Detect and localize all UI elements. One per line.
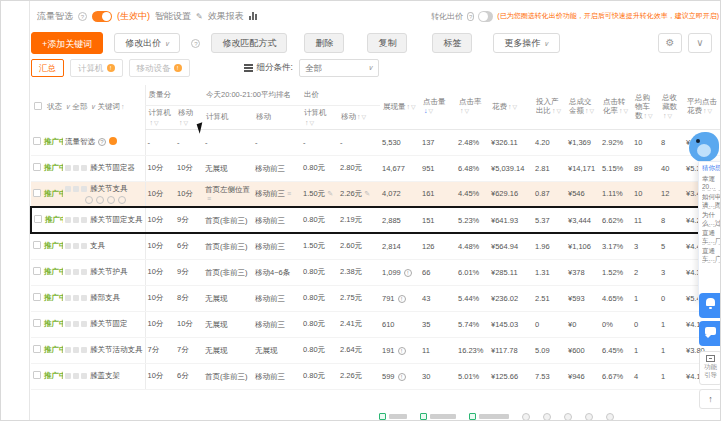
settings-gear-button[interactable]: ⚙	[658, 33, 682, 53]
ctr-sort-header[interactable]: 点击率↑▽	[456, 85, 489, 129]
cell-bid_mo: 2.64元	[338, 337, 380, 363]
status-badge: 推广中	[44, 267, 63, 276]
cell-cart: 4	[632, 363, 659, 389]
cell-cvr: 6.45%	[600, 337, 632, 363]
status-filter-dropdown[interactable]: 状态∨	[47, 102, 70, 111]
cell-rank_mo: 无展现	[253, 337, 301, 363]
bid-pc-sort-header[interactable]: 计算机↑▽	[301, 105, 338, 129]
help-question-item[interactable]: 幸運20…	[702, 173, 721, 191]
help-question-item[interactable]: 如何申请…图片功能	[702, 191, 721, 209]
modify-bid-dropdown[interactable]: 修改出价∨	[114, 33, 180, 53]
edit-icon[interactable]: ✎	[327, 190, 333, 197]
rank-list-icon[interactable]: ≡	[287, 190, 291, 197]
cpc-sort-header[interactable]: 平均点击花费↑▽	[684, 85, 721, 129]
feature-guide-button[interactable]: 功能 引导	[699, 351, 721, 385]
back-to-top-button[interactable]: ↑	[699, 389, 721, 409]
add-keyword-button[interactable]: +添加关键词	[31, 32, 103, 54]
cell-fav: 1	[659, 363, 684, 389]
impressions-sort-header[interactable]: 展现量↑▽	[380, 85, 420, 129]
status-badge: 推广中	[44, 163, 63, 172]
delete-button[interactable]: 删除	[304, 33, 344, 53]
keyword-action-icons[interactable]	[85, 196, 143, 204]
keyword-label[interactable]: 膝部支具	[90, 293, 120, 302]
smart-setting-link[interactable]: 智能设置	[155, 10, 191, 23]
collapse-chevron-button[interactable]: ∨	[688, 33, 712, 53]
table-row: 推广中膝关节固定器10分10分无展现移动前三0.80元2.80元14,67795…	[31, 155, 721, 181]
cell-clicks: 30	[420, 363, 456, 389]
cell-status: 推广中	[31, 181, 63, 207]
tab-pc[interactable]: 计算机!	[70, 59, 123, 77]
flow-smart-toggle[interactable]	[92, 11, 112, 22]
keyword-label[interactable]: 膝关节支具	[90, 184, 128, 193]
cell-roi: 2.81	[533, 155, 566, 181]
bar-chart-icon[interactable]	[249, 12, 257, 20]
chat-button[interactable]	[699, 321, 721, 346]
row-checkbox[interactable]	[33, 319, 41, 327]
row-checkbox[interactable]	[33, 345, 41, 353]
taskbar-icon	[585, 413, 593, 421]
tab-summary[interactable]: 汇总	[31, 59, 64, 77]
keyword-label[interactable]: 膝盖支架	[90, 371, 120, 380]
cell-keyword: 膝关节支具	[63, 181, 145, 207]
cell-qs_mo: 10分	[175, 155, 203, 181]
keyword-label[interactable]: 膝关节护具	[90, 267, 128, 276]
keyword-label[interactable]: 膝关节活动支具	[90, 345, 143, 354]
help-question-item[interactable]: 为什么…过日期…	[702, 209, 721, 227]
cell-bid_mo: 2.19元	[338, 207, 380, 233]
status-badge: 推广中	[44, 293, 63, 302]
notification-bell-button[interactable]	[699, 293, 721, 318]
keyword-label[interactable]: 膝关节固定器	[90, 163, 135, 172]
cart-sort-header[interactable]: 总购物车数↑▽	[632, 85, 659, 129]
help-question-item[interactable]: 直通车…广计划…	[702, 245, 721, 263]
tab-mobile[interactable]: 移动设备!	[129, 59, 190, 77]
row-checkbox[interactable]	[33, 163, 41, 171]
help-question-item[interactable]: 直通车…厂	[702, 227, 721, 245]
cost-sort-header[interactable]: 花费↑▽	[489, 85, 533, 129]
keyword-line: 膝关节固定器	[65, 163, 143, 173]
fav-sort-header[interactable]: 总收藏数↑▽	[659, 85, 684, 129]
cvr-sort-header[interactable]: 点击转化率↑▽	[600, 85, 632, 129]
copy-button[interactable]: 复制	[367, 33, 407, 53]
roi-sort-header[interactable]: 投入产出比↑▽	[533, 85, 566, 129]
modify-match-button[interactable]: 修改匹配方式	[211, 33, 287, 53]
flow-smart-label: 流量智选	[37, 10, 73, 23]
keyword-flag-icons	[65, 295, 87, 301]
edit-icon[interactable]: ✎	[364, 190, 370, 197]
tag-button[interactable]: 标签	[432, 33, 472, 53]
gmv-sort-header[interactable]: 总成交金额↑▽	[566, 85, 600, 129]
segment-filter-select[interactable]: 全部∨	[299, 59, 379, 77]
cell-rank_pc: 首页(非前三)	[203, 207, 253, 233]
promo-badge-icon	[109, 137, 117, 145]
cell-cost: ¥125.66	[489, 363, 533, 389]
keyword-label[interactable]: 支具	[90, 241, 105, 250]
clicks-sort-header[interactable]: 点击量↓▽	[420, 85, 456, 129]
rank-list-icon[interactable]: ≡	[207, 195, 211, 202]
cell-ctr: 6.01%	[456, 259, 489, 285]
row-checkbox[interactable]	[34, 215, 42, 223]
cell-clicks: 66	[420, 259, 456, 285]
keyword-label[interactable]: 流量智选	[65, 137, 95, 146]
cell-cvr: 4.65%	[600, 285, 632, 311]
row-checkbox[interactable]	[33, 371, 41, 379]
report-link[interactable]: 效果报表	[208, 10, 244, 23]
scope-filter-dropdown[interactable]: 全部∨	[72, 102, 95, 111]
keyword-label[interactable]: 膝关节固定支具	[90, 215, 143, 224]
select-all-checkbox[interactable]	[34, 102, 42, 110]
keyword-label[interactable]: 膝关节固定	[90, 319, 128, 328]
row-checkbox[interactable]	[33, 241, 41, 249]
keyword-sort-header[interactable]: 关键词↑	[98, 102, 125, 111]
cell-ctr: 5.74%	[456, 311, 489, 337]
table-row: 推广中膝关节活动支具7分7分无展现无展现0.80元2.64元191!1116.2…	[31, 337, 721, 363]
row-checkbox[interactable]	[33, 267, 41, 275]
edit-icon[interactable]: ✎	[196, 12, 203, 21]
more-actions-dropdown[interactable]: 更多操作∨	[493, 33, 559, 53]
row-checkbox[interactable]	[33, 137, 41, 145]
cell-fav: 1	[659, 337, 684, 363]
cell-roi: 5.37	[533, 207, 566, 233]
convert-bid-toggle[interactable]	[478, 11, 493, 22]
row-checkbox[interactable]	[33, 293, 41, 301]
cell-qs_mo: 10分	[175, 181, 203, 207]
row-checkbox[interactable]	[33, 189, 41, 197]
qs-pc-sort-header[interactable]: 计算机↑▽	[145, 105, 175, 129]
bid-mobile-sort-header[interactable]: 移动↑▽	[338, 105, 380, 129]
